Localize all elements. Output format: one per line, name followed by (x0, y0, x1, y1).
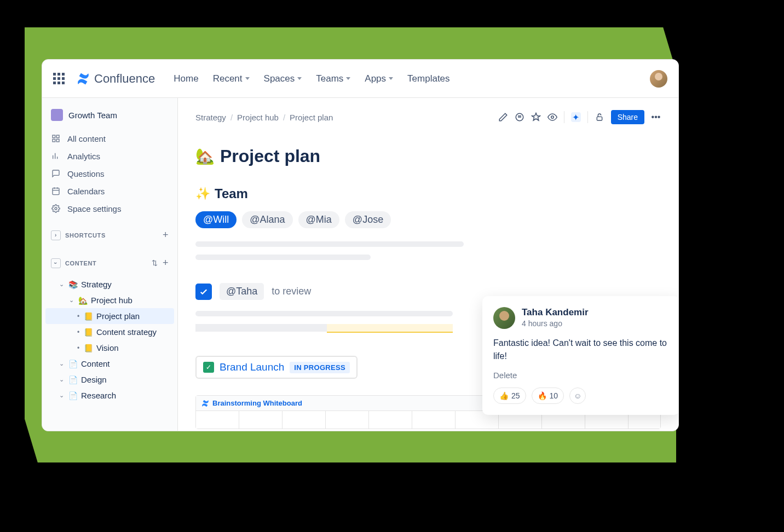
calendar-icon (51, 186, 61, 196)
chart-icon (51, 151, 61, 161)
nav-recent[interactable]: Recent (213, 73, 250, 84)
chevron-down-icon: ⌄ (57, 376, 65, 383)
bullet-icon: • (76, 313, 80, 320)
tree-item-content[interactable]: ⌄📄Content (45, 356, 174, 372)
page-title-text: Project plan (220, 146, 320, 166)
sidebar-item-analytics[interactable]: Analytics (45, 147, 174, 165)
chevron-down-icon: ⌄ (57, 360, 65, 367)
ai-icon[interactable]: ✦ (571, 112, 581, 122)
chevron-down-icon: ⌄ (57, 392, 65, 399)
sidebar-label: Questions (67, 169, 105, 178)
page-emoji: 📄 (68, 391, 78, 400)
linked-task-card[interactable]: ✓ Brand Launch IN PROGRESS (195, 356, 358, 379)
star-icon[interactable] (531, 112, 541, 122)
team-mentions: @Will@Alana@Mia@Jose (195, 211, 661, 228)
sidebar-label: Analytics (67, 152, 100, 161)
share-button[interactable]: Share (611, 110, 644, 124)
sidebar: Growth Team All contentAnalyticsQuestion… (42, 98, 178, 431)
comment-timestamp: 4 hours ago (522, 319, 589, 328)
tree-item-strategy[interactable]: ⌄📚Strategy (45, 276, 174, 292)
sparkle-icon: ✨ (195, 187, 210, 201)
mention-chip[interactable]: @Taha (220, 283, 264, 300)
confluence-icon (77, 72, 90, 85)
user-avatar[interactable] (650, 70, 667, 88)
product-logo[interactable]: Confluence (77, 72, 155, 86)
tree-item-research[interactable]: ⌄📄Research (45, 388, 174, 403)
lock-icon[interactable] (595, 112, 604, 122)
sidebar-item-calendars[interactable]: Calendars (45, 182, 174, 200)
reaction-button[interactable]: 🔥10 (532, 388, 564, 404)
mention-alana[interactable]: @Alana (242, 211, 292, 228)
whiteboard-title: Brainstorming Whiteboard (212, 399, 302, 407)
page-emoji: 📒 (84, 312, 93, 321)
add-shortcut-button[interactable]: + (163, 229, 169, 241)
space-header[interactable]: Growth Team (45, 107, 174, 123)
tree-item-project-plan[interactable]: •📒Project plan (45, 308, 174, 324)
tree-item-design[interactable]: ⌄📄Design (45, 372, 174, 388)
page-emoji: 🏡 (78, 296, 88, 305)
page-emoji: 📄 (68, 375, 78, 384)
page-title: 🏡 Project plan (195, 146, 661, 166)
nav-templates[interactable]: Templates (407, 73, 449, 84)
sidebar-item-all-content[interactable]: All content (45, 130, 174, 147)
content-placeholder (195, 255, 371, 260)
svg-rect-4 (53, 188, 59, 195)
edit-icon[interactable] (498, 112, 508, 122)
status-badge: IN PROGRESS (290, 362, 350, 373)
comment-body: Fantastic idea! Can't wait to see this c… (493, 337, 668, 363)
tree-item-content-strategy[interactable]: •📒Content strategy (45, 324, 174, 340)
breadcrumb-item[interactable]: Project hub (237, 113, 279, 122)
tree-item-project-hub[interactable]: ⌄🏡Project hub (45, 292, 174, 308)
shortcuts-label: SHORTCUTS (65, 232, 106, 239)
mention-mia[interactable]: @Mia (298, 211, 339, 228)
nav-items: HomeRecentSpacesTeamsAppsTemplates (174, 73, 449, 84)
sidebar-item-space-settings[interactable]: Space settings (45, 200, 174, 217)
breadcrumb: Strategy/Project hub/Project plan (195, 113, 333, 122)
team-section-heading: ✨ Team (195, 186, 661, 201)
tree-label: Project plan (96, 311, 140, 321)
add-reaction-button[interactable]: ☺ (569, 388, 586, 404)
sidebar-item-questions[interactable]: Questions (45, 165, 174, 182)
sidebar-label: Space settings (67, 204, 121, 213)
product-name: Confluence (94, 72, 155, 86)
svg-rect-3 (56, 139, 59, 142)
reaction-button[interactable]: 👍25 (493, 388, 526, 404)
reactions-row: 👍25🔥10☺ (493, 388, 668, 404)
main-content: Strategy/Project hub/Project plan ✦ Shar… (178, 98, 678, 431)
comment-card: Taha Kandemir 4 hours ago Fantastic idea… (482, 296, 678, 415)
page-emoji: 🏡 (195, 147, 215, 165)
delete-comment-button[interactable]: Delete (493, 371, 668, 380)
chevron-down-icon (245, 77, 250, 80)
page-emoji: 📚 (68, 280, 78, 289)
tree-label: Vision (96, 343, 119, 352)
breadcrumb-item[interactable]: Strategy (195, 113, 226, 122)
nav-apps[interactable]: Apps (365, 73, 393, 84)
page-emoji: 📒 (84, 344, 93, 352)
chevron-down-icon: ⌄ (57, 281, 65, 288)
breadcrumb-item[interactable]: Project plan (290, 113, 333, 122)
confluence-mini-icon (201, 400, 209, 407)
page-toolbar: ✦ Share ••• (498, 110, 661, 124)
mention-jose[interactable]: @Jose (345, 211, 391, 228)
nav-teams[interactable]: Teams (316, 73, 350, 84)
nav-spaces[interactable]: Spaces (264, 73, 302, 84)
tree-label: Design (81, 375, 107, 384)
tree-item-vision[interactable]: •📒Vision (45, 340, 174, 356)
comment-icon[interactable] (515, 112, 524, 122)
page-emoji: 📄 (68, 360, 78, 368)
sidebar-label: All content (67, 134, 106, 143)
content-section[interactable]: › CONTENT ⇅ + (45, 253, 174, 273)
task-done-icon: ✓ (203, 362, 214, 373)
filter-icon[interactable]: ⇅ (152, 259, 158, 267)
shortcuts-section[interactable]: › SHORTCUTS + (45, 225, 174, 245)
task-checkbox[interactable] (195, 284, 212, 300)
svg-point-5 (55, 207, 57, 210)
comment-avatar[interactable] (493, 307, 515, 329)
mention-will[interactable]: @Will (195, 211, 237, 228)
more-icon[interactable]: ••• (651, 112, 661, 122)
tree-label: Research (81, 391, 116, 400)
nav-home[interactable]: Home (174, 73, 198, 84)
watch-icon[interactable] (547, 112, 557, 122)
app-switcher-icon[interactable] (53, 73, 65, 84)
add-content-button[interactable]: + (163, 257, 169, 269)
